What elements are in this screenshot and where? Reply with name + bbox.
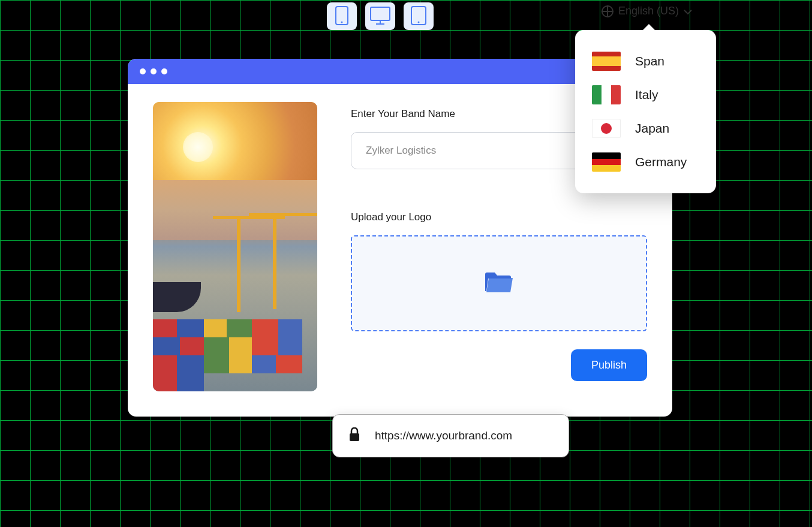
svg-rect-7 [350, 433, 359, 441]
lock-icon [348, 427, 360, 444]
window-control-dot [140, 68, 146, 74]
tablet-preview-button[interactable] [404, 2, 434, 30]
globe-icon [602, 5, 613, 17]
language-option-italy[interactable]: Italy [575, 78, 716, 112]
url-text: https://www.yourbrand.com [375, 429, 512, 442]
chevron-down-icon [684, 5, 692, 17]
language-option-spain[interactable]: Span [575, 44, 716, 78]
current-language-label: English (US) [618, 5, 679, 17]
language-label: Germany [635, 155, 687, 169]
svg-point-1 [341, 21, 343, 23]
language-dropdown-menu: Span Italy Japan Germany [575, 30, 716, 193]
folder-icon [484, 270, 514, 297]
svg-rect-2 [371, 7, 390, 20]
desktop-icon [370, 7, 390, 26]
language-selector[interactable]: English (US) [602, 5, 692, 17]
language-label: Italy [635, 88, 658, 102]
svg-point-6 [418, 21, 420, 23]
mobile-icon [335, 6, 348, 27]
flag-italy-icon [592, 85, 621, 104]
language-label: Japan [635, 121, 669, 136]
mobile-preview-button[interactable] [327, 2, 357, 30]
flag-germany-icon [592, 152, 621, 172]
language-option-japan[interactable]: Japan [575, 112, 716, 145]
logo-upload-dropzone[interactable] [351, 235, 647, 331]
url-preview-bar: https://www.yourbrand.com [332, 414, 569, 457]
flag-spain-icon [592, 52, 621, 71]
window-control-dot [151, 68, 157, 74]
device-preview-toolbar [327, 2, 434, 30]
flag-japan-icon [592, 119, 621, 138]
language-label: Span [635, 54, 664, 68]
brand-preview-image [153, 102, 317, 391]
window-control-dot [161, 68, 167, 74]
publish-button[interactable]: Publish [571, 349, 647, 381]
desktop-preview-button[interactable] [365, 2, 395, 30]
language-option-germany[interactable]: Germany [575, 145, 716, 179]
tablet-icon [411, 6, 426, 27]
upload-logo-label: Upload your Logo [351, 211, 647, 223]
